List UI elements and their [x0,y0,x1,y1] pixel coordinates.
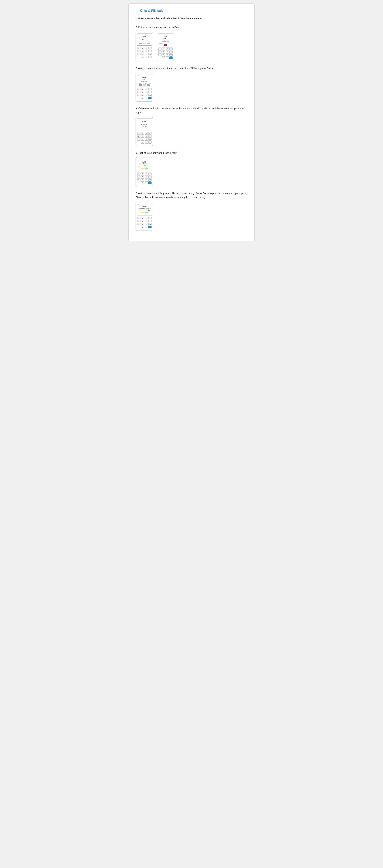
keyrow-4a-1: 1 2 3 ⊙ [137,132,152,135]
key-2: 2 [141,47,144,50]
key-dot: · [145,56,148,58]
step-3-bold1: Enter [207,67,213,70]
terminal-5a: ▪▪▪ SALE Tear off merchant receipt Repri… [136,157,153,186]
key6a-0: 0 [141,226,144,228]
terminal-4a-screen: ▪▪▪ SALE APPROVAL 400431 [137,119,152,131]
step-5-num: 5. [136,152,138,154]
step-6-bold1: Enter [203,192,209,195]
screen-approval-4a: APPROVAL 400431 [141,124,148,127]
keyrow-6a-4: 0 · ✔ [137,226,152,228]
keyrow-2b-3: 7 8 9 ⌫ [158,54,173,56]
key3a-func2: × [148,91,151,93]
keyrow-2b-1: 1 2 3 ⊙ [158,48,173,50]
keyrow-3a-4: 0 · ✔ [137,97,152,99]
screen-amount-3a: €45.00 [142,79,147,80]
key3a-func1: ⊙ [148,88,151,90]
key2b-0: 0 [162,57,165,59]
key2b-4: 4 [158,51,161,53]
key4a-7: 7 [137,138,141,141]
screen-subtitle-2a: Enter sale amount: [139,37,150,38]
signal-6a: ▪▪▪ [138,204,139,205]
key5a-enter: ✔ [148,182,151,184]
key3a-9: 9 [145,94,148,96]
step-2-terminals: ▪▪▪ SALE Enter sale amount: £0.00 Cancel… [136,32,247,61]
keyrow-5a-3: 7 8 9 ⌫ [137,179,152,181]
key3a-7: 7 [137,94,141,96]
keyrow-2a-2: 4 5 6 × [137,50,152,53]
red-btn-3a [139,85,142,86]
key4a-6: 6 [145,135,148,137]
step-1-num: 1. [136,17,138,20]
keyrow-4a-2: 4 5 6 × [137,135,152,137]
key5a-3: 3 [145,173,148,175]
key2b-3: 3 [166,48,169,50]
step-3-part1: Ask the customer to insert their card, e… [138,67,207,70]
key3a-enter: ✔ [148,97,151,99]
yellow-btn-5a [141,168,144,169]
screen-title-3a: SALE [142,76,146,78]
key5a-7: 7 [137,179,141,181]
key-func2: × [148,50,151,53]
screen-buttons-2b: Cancel [159,43,172,44]
key6a-7: 7 [137,223,141,225]
key-enter: ✔ [148,56,151,58]
green-btn-2a [147,43,150,44]
key4a-1: 1 [137,132,141,135]
key2b-5: 5 [162,51,165,53]
action-buttons-2b [164,44,167,45]
approval-word: APPROVAL [141,124,148,126]
terminal-2a-screen: ▪▪▪ SALE Enter sale amount: £0.00 Cancel… [137,33,152,45]
key5a-backspace: ⌫ [148,179,151,181]
action-buttons-3a [139,84,150,86]
cancel-label-2a: Cancel [138,41,141,42]
key5a-6: 6 [145,176,148,178]
key2b-1: 1 [158,48,161,50]
screen-title-4a: SALE [142,121,146,123]
key3a-3: 3 [145,88,148,90]
signal-2b: ▪▪▪ [159,34,160,35]
yellow-btn-2a [143,43,146,44]
signal-5a: ▪▪▪ [138,160,139,161]
keypad-2a: 1 2 3 ⊙ 4 5 6 × 7 8 9 ⌫ [137,47,152,59]
keyrow-2b-2: 4 5 6 × [158,51,173,53]
terminal-2b: ▪▪▪ SALE £20.00 ▪ ▪ ▪ Cancel [156,32,174,61]
terminal-4a: ▪▪▪ SALE APPROVAL 400431 1 2 3 ⊙ [136,117,153,146]
keyrow-5a-4: 0 · ✔ [137,182,152,184]
step-2: 2. Enter the sale amount and press Enter… [136,25,247,61]
key5a-8: 8 [141,179,144,181]
step-2-num: 2. [136,26,138,29]
key2b-8: 8 [162,54,165,56]
no-label-6a: No [139,210,140,211]
screen-amount-2b: £20.00 [163,37,168,39]
screen-amount-2a: £0.00 [142,39,146,41]
step-6-part2: to print the customer copy or press [209,192,247,195]
key4a-backspace: ⌫ [148,138,151,141]
key6a-func1: ⊙ [148,217,151,219]
key-6: 6 [145,50,148,53]
key4a-8: 8 [141,138,144,141]
key3a-2: 2 [141,88,144,90]
step-6: 6. Ask the customer if they would like a… [136,191,247,231]
key5a-blank [137,182,141,184]
card-icon-nfc: ▪ [167,40,169,41]
keypad-6a: 1 2 3 ⊙ 4 5 6 × 7 8 9 ⌫ [137,217,152,229]
key6a-2: 2 [141,217,144,219]
step-2-part1: Enter the sale amount and press [138,26,175,29]
key4a-5: 5 [141,135,144,137]
step-3-text: 3. Ask the customer to insert their card… [136,66,247,70]
key3a-4: 4 [137,91,141,93]
red-btn-2a [139,43,142,44]
key6a-3: 3 [145,217,148,219]
key6a-5: 5 [141,220,144,222]
screen-print-6a: Print customer copy? [138,208,150,210]
green-btn-5a [145,168,148,169]
terminal-6a: ▪▪▪ SALE Print customer copy? No Yes 1 [136,202,153,231]
keyrow-2b-4: 0 · ✔ [158,57,173,59]
key-backspace: ⌫ [148,53,151,55]
screen-tear-5a: Tear off merchant receipt [138,163,151,166]
key4a-enter: ✔ [148,141,151,144]
section-title: — Chip & PIN sale [136,9,247,12]
key5a-2: 2 [141,173,144,175]
keypad-2b: 1 2 3 ⊙ 4 5 6 × 7 8 9 ⌫ [158,48,173,59]
keypad-4a: 1 2 3 ⊙ 4 5 6 × 7 8 9 ⌫ [137,132,152,144]
